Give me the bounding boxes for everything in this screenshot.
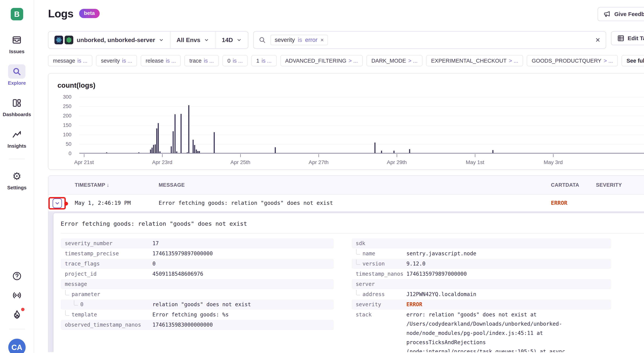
x-tick-mark (396, 154, 397, 157)
chart-bar (155, 144, 156, 153)
chart-bar (152, 148, 152, 153)
chart-bar (174, 114, 176, 153)
notification-dot (21, 308, 24, 311)
chart-bar (153, 145, 154, 153)
project-selector[interactable]: unborked, unborked-server (48, 32, 170, 48)
sidebar-item-settings[interactable]: ⚙ Settings (7, 169, 26, 191)
gridline (79, 125, 644, 126)
chevron-down-icon (54, 200, 60, 206)
chip-key: trace (189, 58, 202, 64)
sidebar-item-dashboards[interactable]: Dashboards (3, 96, 31, 118)
search-token-severity[interactable]: severity is error × (270, 35, 328, 45)
page-title: Logs (48, 7, 74, 20)
search-input[interactable]: severity is error × × (253, 31, 606, 49)
user-avatar[interactable]: CA (8, 339, 26, 353)
attribute-key: trace_flags (65, 259, 100, 268)
attribute-key: stack (356, 310, 372, 319)
app-window: B Issues Explore (0, 0, 644, 353)
chip-suffix: > ... (408, 58, 418, 64)
column-header-severity[interactable]: SEVERITY (596, 182, 644, 188)
search-icon (258, 36, 266, 44)
chip-key: message (53, 58, 75, 64)
whats-new-flame-icon[interactable] (12, 310, 22, 319)
attribute-key: severity_number (65, 239, 112, 248)
issues-icon (8, 33, 26, 47)
broadcast-icon[interactable] (12, 290, 22, 300)
chip-suffix: > ... (509, 58, 518, 64)
org-logo[interactable]: B (11, 8, 23, 20)
column-header-cartdata[interactable]: CARTDATA (551, 182, 596, 188)
chart-bar (171, 146, 172, 153)
chip-suffix: > ... (348, 58, 358, 64)
filter-chip-see-full-list[interactable]: See full list (622, 55, 644, 66)
attribute-key: address (362, 290, 385, 299)
gridline (79, 116, 644, 116)
chip-key: 1 (256, 58, 259, 64)
table-icon (617, 35, 624, 42)
filter-bar: unborked, unborked-server All Envs 14D (48, 31, 644, 49)
y-tick-label: 50 (66, 141, 72, 147)
sidebar-item-insights[interactable]: Insights (8, 127, 26, 149)
y-tick-label: 0 (68, 151, 72, 157)
y-tick-label: 150 (63, 122, 72, 128)
filter-chip-advanced-filtering[interactable]: ADVANCED_FILTERING> ... (280, 55, 363, 66)
filter-chip-0[interactable]: 0is ... (222, 55, 248, 66)
filter-chips-row: messageis ...severityis ...releaseis ...… (48, 55, 644, 66)
attribute-value: 17 (152, 239, 334, 248)
environment-selector[interactable]: All Envs (170, 32, 215, 48)
filter-chip-1[interactable]: 1is ... (251, 55, 276, 66)
column-header-message[interactable]: MESSAGE (159, 182, 551, 188)
remove-token-icon[interactable]: × (320, 37, 324, 43)
filter-chip-message[interactable]: messageis ... (48, 55, 92, 66)
chart-bar (275, 147, 276, 153)
attribute-row-address: addressJ12PWN42YQ.localdomain (352, 289, 611, 299)
help-icon[interactable] (12, 271, 22, 281)
logs-table-card: TIMESTAMP ↓ MESSAGE CARTDATA SEVERITY (48, 175, 644, 352)
filter-chip-release[interactable]: releaseis ... (141, 55, 181, 66)
attribute-row-parameter: parameter (61, 289, 334, 299)
gear-icon: ⚙ (8, 169, 26, 183)
filter-chip-trace[interactable]: traceis ... (184, 55, 219, 66)
filter-chip-severity[interactable]: severityis ... (96, 55, 137, 66)
sidebar-item-label: Issues (9, 49, 24, 55)
logs-chart-card: count(logs) 300250200150100500 Apr 21stA… (48, 73, 644, 170)
detail-attributes-right: sdknamesentry.javascript.nodeversion9.12… (352, 238, 611, 352)
attribute-row-severity_number: severity_number17 (61, 238, 334, 248)
sidebar-item-explore[interactable]: Explore (8, 64, 26, 86)
logs-bar-chart: 300250200150100500 Apr 21stApr 23rdApr 2… (58, 94, 644, 170)
clear-search-icon[interactable]: × (596, 36, 600, 44)
filter-chip-experimental-checkout[interactable]: EXPERIMENTAL_CHECKOUT> ... (426, 55, 523, 66)
react-platform-icon (54, 36, 63, 44)
attribute-value: 0 (152, 259, 334, 268)
attribute-value: 9.12.0 (406, 259, 611, 268)
log-table-row[interactable]: May 1, 2:46:19 PM Error fetching goods: … (48, 195, 644, 212)
attribute-value: relation "goods" does not exist (152, 300, 334, 309)
chip-suffix: is ... (233, 58, 243, 64)
x-tick-mark (553, 154, 554, 157)
edit-table-button[interactable]: Edit Table (611, 31, 644, 45)
chart-bar (180, 114, 182, 153)
attribute-value (406, 279, 611, 289)
gridline (79, 97, 644, 97)
x-tick-label: Apr 23rd (152, 159, 172, 165)
chart-bar (106, 152, 107, 153)
date-range-selector[interactable]: 14D (215, 32, 248, 48)
y-axis-labels: 300250200150100500 (58, 97, 76, 154)
plot-area (79, 97, 644, 154)
attribute-value: ERROR (406, 300, 611, 309)
give-feedback-button[interactable]: Give Feedback (598, 7, 644, 21)
attribute-key: sdk (356, 239, 365, 248)
expand-row-button[interactable] (52, 198, 62, 208)
attribute-key: server (356, 279, 375, 289)
attribute-row-timestamp_nanos: timestamp_nanos1746135979897000000 (352, 269, 611, 279)
filter-chip-goods-productquery[interactable]: GOODS_PRODUCTQUERY> ... (527, 55, 618, 66)
insights-icon (8, 127, 26, 142)
attribute-value: 1746135979897000000 (406, 269, 611, 279)
chart-bar (492, 150, 494, 153)
filter-chip-dark-mode[interactable]: DARK_MODE> ... (366, 55, 422, 66)
column-header-timestamp[interactable]: TIMESTAMP ↓ (75, 182, 159, 188)
chart-bar (172, 131, 174, 153)
attribute-key: version (362, 259, 385, 268)
attribute-key: timestamp_nanos (356, 269, 404, 278)
sidebar-item-issues[interactable]: Issues (8, 33, 26, 55)
